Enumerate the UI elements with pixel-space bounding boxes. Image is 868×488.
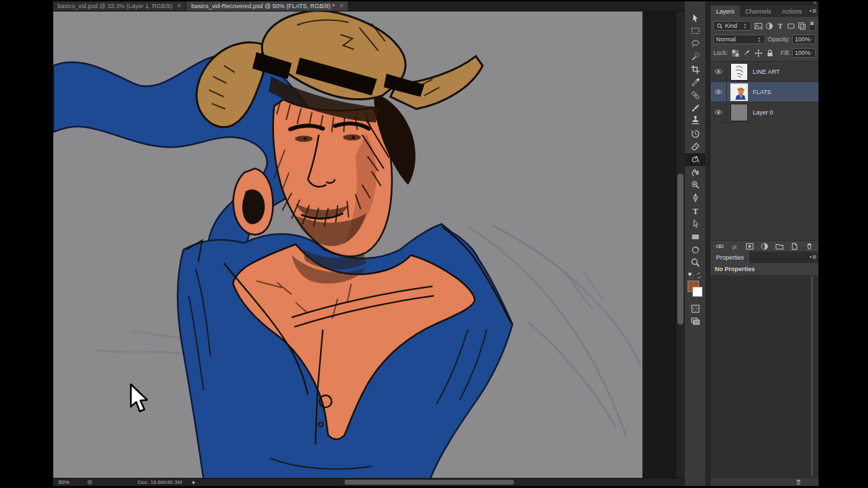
path-selection-tool[interactable] (685, 218, 705, 230)
vertical-scrollbar[interactable] (675, 12, 685, 478)
visibility-toggle[interactable] (711, 82, 727, 102)
eyedropper-tool[interactable] (685, 76, 705, 89)
lock-checker-button[interactable] (730, 48, 741, 58)
visibility-toggle[interactable] (711, 62, 727, 81)
screen-mode-button[interactable] (685, 314, 705, 327)
screen-mode-icon (690, 316, 701, 326)
document-area: basics_vid.psd @ 33.3% (Layer 1, RGB/8)×… (53, 1, 685, 486)
filter-typeT-button[interactable]: T (775, 21, 785, 31)
move-tool[interactable] (685, 12, 705, 24)
dodge-tool[interactable] (685, 179, 705, 192)
color-swatches (685, 281, 705, 302)
filter-smartobj-button[interactable] (797, 21, 807, 31)
shape-tool[interactable] (685, 230, 705, 243)
document-tab-label: basics_vid.psd @ 33.3% (Layer 1, RGB/8) (58, 3, 172, 9)
pen-tool[interactable] (685, 192, 705, 205)
typeT-icon: T (776, 22, 785, 30)
lock-brushsm-button[interactable] (742, 48, 752, 58)
type-tool[interactable]: T (685, 205, 705, 218)
panel-menu-icon[interactable] (808, 7, 817, 16)
layer-list-empty-space (711, 123, 818, 240)
canvas-viewport[interactable] (53, 12, 685, 478)
close-tab-icon[interactable]: × (177, 3, 181, 9)
tab-channels[interactable]: Channels (740, 5, 776, 17)
lock-movecross-button[interactable] (753, 48, 764, 58)
footer-halfcircle-button[interactable] (760, 241, 769, 251)
layer-row-layer-0[interactable]: Layer 0 (711, 102, 818, 123)
smudge-tool[interactable] (685, 166, 705, 179)
photoshop-window: basics_vid.psd @ 33.3% (Layer 1, RGB/8)×… (53, 1, 818, 486)
footer-fx-button[interactable]: fx (730, 241, 739, 251)
properties-scrollbar[interactable] (811, 277, 813, 476)
shapes-icon (787, 22, 795, 30)
status-flyout-icon[interactable] (191, 480, 197, 485)
layer-thumbnail[interactable] (730, 63, 748, 81)
rotate-view-tool[interactable] (685, 243, 705, 256)
footer-newlayer-button[interactable] (790, 241, 800, 251)
zoom-tool[interactable] (685, 256, 705, 269)
lasso-tool[interactable] (685, 37, 705, 50)
brush-tool[interactable] (685, 102, 705, 115)
swap-colors-icon[interactable] (695, 272, 703, 279)
blend-mode-select[interactable]: Normal (713, 35, 766, 44)
fill-select[interactable]: 100% (792, 48, 816, 58)
smudge-tool-icon (690, 167, 701, 178)
background-color-swatch[interactable] (692, 287, 703, 297)
document-tab[interactable]: basics_vid-Recovered.psd @ 50% (FLATS, R… (186, 1, 349, 11)
trash-icon[interactable] (795, 479, 802, 486)
filter-halfcircle-button[interactable] (764, 21, 774, 31)
document-tab[interactable]: basics_vid.psd @ 33.3% (Layer 1, RGB/8)× (53, 1, 186, 11)
properties-panel-body (711, 275, 818, 477)
close-tab-icon[interactable]: × (340, 3, 344, 9)
lock-padlock-button[interactable] (765, 48, 775, 58)
fill-value: 100% (795, 49, 810, 56)
filtering-toggle[interactable] (809, 20, 816, 31)
zoom-level-field[interactable]: 50% (58, 479, 69, 485)
filter-shapes-button[interactable] (786, 21, 796, 31)
tab-properties[interactable]: Properties (711, 251, 749, 263)
crop-tool[interactable] (685, 63, 705, 76)
updown-arrows-icon (741, 22, 749, 30)
tab-layers[interactable]: Layers (711, 5, 740, 17)
layer-name: FLATS (753, 89, 771, 96)
tab-actions[interactable]: Actions (776, 5, 808, 17)
eraser-tool[interactable] (685, 140, 705, 153)
toolbar-grip[interactable]: ····· (685, 1, 705, 12)
no-properties-message: No Properties (711, 263, 818, 275)
magic-wand-tool[interactable] (685, 50, 705, 63)
footer-folder-button[interactable] (775, 241, 785, 251)
footer-trash-button[interactable] (805, 241, 814, 251)
default-colors-icon[interactable] (688, 272, 695, 279)
footer-link-button[interactable] (715, 241, 724, 251)
healing-brush-tool[interactable] (685, 89, 705, 102)
opacity-select[interactable]: 100% (792, 35, 816, 44)
layer-thumbnail[interactable] (730, 83, 748, 101)
layer-row-line-art[interactable]: LINE ART (711, 62, 818, 82)
collapse-dock-icon[interactable]: » (813, 0, 816, 6)
rectangular-marquee-tool[interactable] (685, 24, 705, 37)
network-status-icon (87, 479, 93, 485)
footer-masksm-button[interactable] (745, 241, 754, 251)
lasso-tool-icon (690, 39, 701, 49)
panel-menu-icon[interactable] (808, 253, 817, 262)
vertical-scrollbar-thumb[interactable] (677, 174, 684, 325)
clone-stamp-tool[interactable] (685, 115, 705, 127)
horizontal-scrollbar-thumb[interactable] (344, 480, 514, 485)
history-brush-tool[interactable] (685, 127, 705, 140)
picture-icon (754, 22, 763, 30)
path-selection-tool-icon (690, 219, 701, 229)
quick-mask-button[interactable] (685, 302, 705, 314)
filter-picture-button[interactable] (753, 21, 764, 31)
layer-thumbnail[interactable] (730, 104, 748, 121)
blend-mode-value: Normal (716, 36, 736, 43)
filter-kind-select[interactable]: Kind (713, 21, 751, 30)
layer-row-flats[interactable]: FLATS (711, 82, 818, 102)
visibility-toggle[interactable] (711, 102, 727, 122)
rotate-view-tool-icon (690, 245, 701, 255)
paint-bucket-tool[interactable] (685, 153, 705, 166)
svg-text:T: T (692, 207, 698, 216)
checker-icon (731, 49, 740, 58)
pen-tool-icon (690, 193, 701, 203)
layers-panel-footer: fx (711, 240, 818, 251)
tools-panel: ····· T (685, 1, 705, 486)
